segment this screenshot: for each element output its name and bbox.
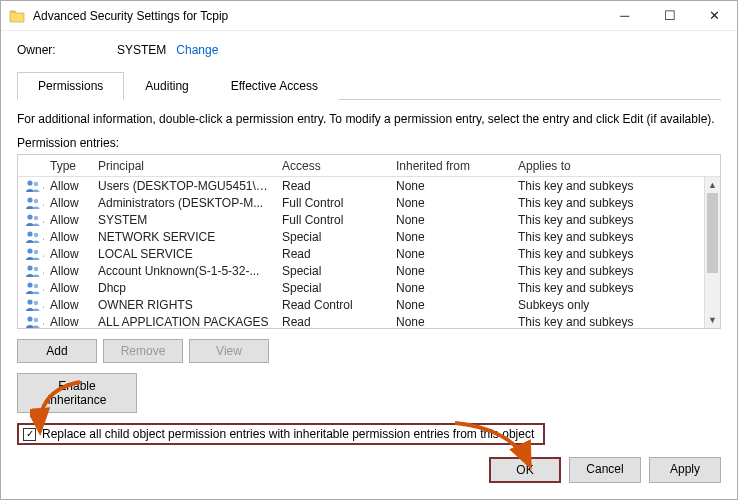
table-row[interactable]: AllowAdministrators (DESKTOP-M...Full Co…	[18, 194, 704, 211]
add-button[interactable]: Add	[17, 339, 97, 363]
close-button[interactable]: ✕	[692, 2, 737, 30]
cell-access: Special	[276, 262, 390, 280]
remove-button[interactable]: Remove	[103, 339, 183, 363]
instructions-text: For additional information, double-click…	[17, 112, 721, 126]
owner-row: Owner: SYSTEM Change	[17, 43, 721, 57]
cell-access: Special	[276, 228, 390, 246]
cell-applies: This key and subkeys	[512, 262, 704, 280]
cell-type: Allow	[44, 177, 92, 195]
table-row[interactable]: AllowNETWORK SERVICESpecialNoneThis key …	[18, 228, 704, 245]
cell-access: Special	[276, 279, 390, 297]
content-area: Owner: SYSTEM Change Permissions Auditin…	[1, 31, 737, 499]
svg-point-3	[34, 199, 38, 203]
header-applies[interactable]: Applies to	[512, 157, 720, 175]
principal-icon	[18, 312, 44, 328]
tab-permissions[interactable]: Permissions	[17, 72, 124, 100]
svg-point-17	[34, 318, 38, 322]
principal-icon	[18, 261, 44, 280]
maximize-button[interactable]: ☐	[647, 2, 692, 30]
cell-access: Read	[276, 177, 390, 195]
cell-applies: This key and subkeys	[512, 177, 704, 195]
table-row[interactable]: AllowALL APPLICATION PACKAGESReadNoneThi…	[18, 313, 704, 328]
table-row[interactable]: AllowUsers (DESKTOP-MGU5451\U...ReadNone…	[18, 177, 704, 194]
cell-access: Full Control	[276, 211, 390, 229]
cell-principal: Administrators (DESKTOP-M...	[92, 194, 276, 212]
svg-point-2	[27, 197, 32, 202]
principal-icon	[18, 210, 44, 229]
cancel-button[interactable]: Cancel	[569, 457, 641, 483]
cell-principal: ALL APPLICATION PACKAGES	[92, 313, 276, 329]
owner-label: Owner:	[17, 43, 117, 57]
cell-inherited: None	[390, 313, 512, 329]
cell-type: Allow	[44, 211, 92, 229]
cell-inherited: None	[390, 296, 512, 314]
scroll-up-icon[interactable]: ▲	[705, 177, 720, 193]
svg-point-15	[34, 301, 38, 305]
svg-point-8	[27, 248, 32, 253]
svg-point-0	[27, 180, 32, 185]
svg-point-6	[27, 231, 32, 236]
cell-principal: Account Unknown(S-1-5-32-...	[92, 262, 276, 280]
window: Advanced Security Settings for Tcpip ─ ☐…	[0, 0, 738, 500]
cell-principal: SYSTEM	[92, 211, 276, 229]
cell-access: Read	[276, 313, 390, 329]
cell-inherited: None	[390, 245, 512, 263]
cell-applies: This key and subkeys	[512, 279, 704, 297]
cell-applies: This key and subkeys	[512, 228, 704, 246]
scroll-thumb[interactable]	[707, 193, 718, 273]
permissions-table: Type Principal Access Inherited from App…	[17, 154, 721, 329]
cell-applies: This key and subkeys	[512, 313, 704, 329]
cell-principal: OWNER RIGHTS	[92, 296, 276, 314]
table-row[interactable]: AllowOWNER RIGHTSRead ControlNoneSubkeys…	[18, 296, 704, 313]
enable-inheritance-button[interactable]: Enable inheritance	[17, 373, 137, 413]
cell-type: Allow	[44, 228, 92, 246]
table-row[interactable]: AllowAccount Unknown(S-1-5-32-...Special…	[18, 262, 704, 279]
cell-inherited: None	[390, 211, 512, 229]
header-type[interactable]: Type	[44, 157, 92, 175]
ok-button[interactable]: OK	[489, 457, 561, 483]
principal-icon	[18, 193, 44, 212]
svg-point-11	[34, 267, 38, 271]
table-row[interactable]: AllowLOCAL SERVICEReadNoneThis key and s…	[18, 245, 704, 262]
principal-icon	[18, 278, 44, 297]
table-header: Type Principal Access Inherited from App…	[18, 155, 720, 177]
cell-access: Full Control	[276, 194, 390, 212]
footer-buttons: OK Cancel Apply	[17, 457, 721, 483]
minimize-button[interactable]: ─	[602, 2, 647, 30]
entry-buttons: Add Remove View	[17, 339, 721, 363]
view-button[interactable]: View	[189, 339, 269, 363]
cell-type: Allow	[44, 194, 92, 212]
table-row[interactable]: AllowSYSTEMFull ControlNoneThis key and …	[18, 211, 704, 228]
scroll-down-icon[interactable]: ▼	[705, 312, 720, 328]
table-body: AllowUsers (DESKTOP-MGU5451\U...ReadNone…	[18, 177, 720, 328]
owner-change-link[interactable]: Change	[176, 43, 218, 57]
svg-point-14	[27, 299, 32, 304]
header-inherited[interactable]: Inherited from	[390, 157, 512, 175]
apply-button[interactable]: Apply	[649, 457, 721, 483]
header-principal[interactable]: Principal	[92, 157, 276, 175]
scrollbar[interactable]: ▲ ▼	[704, 177, 720, 328]
cell-type: Allow	[44, 313, 92, 329]
cell-principal: NETWORK SERVICE	[92, 228, 276, 246]
header-access[interactable]: Access	[276, 157, 390, 175]
window-title: Advanced Security Settings for Tcpip	[33, 9, 602, 23]
owner-value: SYSTEM	[117, 43, 166, 57]
replace-children-checkbox-row[interactable]: ✓ Replace all child object permission en…	[17, 423, 545, 445]
svg-point-4	[27, 214, 32, 219]
tab-auditing[interactable]: Auditing	[124, 72, 209, 100]
cell-type: Allow	[44, 245, 92, 263]
checkbox-icon[interactable]: ✓	[23, 428, 36, 441]
cell-applies: This key and subkeys	[512, 211, 704, 229]
checkbox-label: Replace all child object permission entr…	[42, 427, 534, 441]
svg-point-5	[34, 216, 38, 220]
principal-icon	[18, 227, 44, 246]
cell-inherited: None	[390, 262, 512, 280]
cell-inherited: None	[390, 177, 512, 195]
table-row[interactable]: AllowDhcpSpecialNoneThis key and subkeys	[18, 279, 704, 296]
svg-point-9	[34, 250, 38, 254]
svg-point-10	[27, 265, 32, 270]
folder-icon	[9, 9, 25, 23]
tab-effective-access[interactable]: Effective Access	[210, 72, 339, 100]
cell-inherited: None	[390, 228, 512, 246]
cell-principal: LOCAL SERVICE	[92, 245, 276, 263]
